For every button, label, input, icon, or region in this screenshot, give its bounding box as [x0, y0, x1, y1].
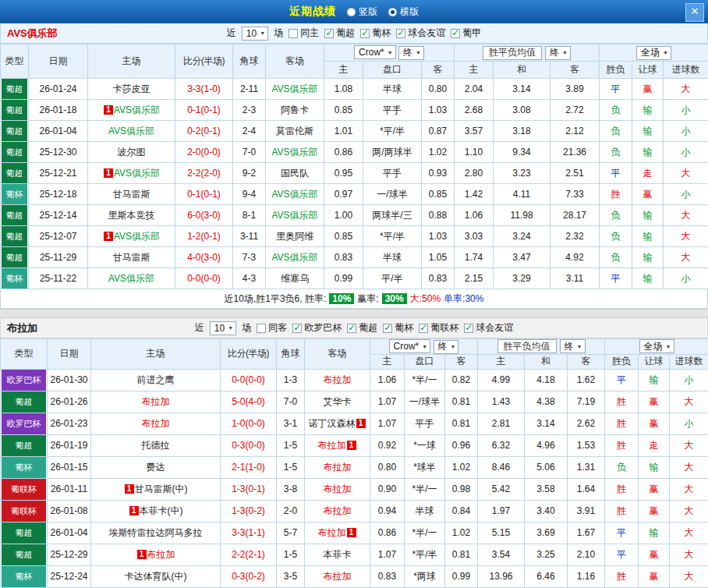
asian-away-odds: 0.84: [445, 500, 478, 522]
corners: 1-5: [277, 456, 305, 478]
league-filter-checkbox[interactable]: 葡超: [347, 321, 377, 335]
match-row: 欧罗巴杯26-01-23布拉加1-0(0-0)3-1诺丁汉森林11.07平手0.…: [1, 413, 708, 434]
euro-home-odds: 5.15: [478, 522, 525, 544]
dropdown-arrow-icon: ▼: [577, 344, 582, 349]
corners: 5-7: [277, 522, 305, 544]
asian-home-odds: 1.07: [370, 413, 405, 434]
rounds-select[interactable]: 10▼: [210, 321, 236, 335]
league-filter-checkbox[interactable]: 葡甲: [451, 27, 481, 40]
col-header-euro_draw: 和: [494, 62, 550, 79]
away-team: 布拉加: [305, 565, 370, 587]
asian-final-select[interactable]: 终▼: [434, 340, 459, 354]
euro-home-odds: 4.99: [478, 369, 525, 391]
score-halftime: 1-3(0-1): [221, 478, 277, 500]
euro-average-button[interactable]: 胜平负均值: [497, 339, 557, 353]
league-type-cell: 葡超: [1, 391, 48, 413]
league-filter-checkbox[interactable]: 欧罗巴杯: [292, 321, 342, 335]
league-type-badge: 欧罗巴杯: [2, 413, 46, 434]
asian-odds-controls: Crow*▼ 终▼: [370, 339, 478, 355]
asian-handicap: 平手: [363, 100, 422, 121]
league-filter-checkbox[interactable]: 葡杯: [360, 27, 391, 40]
league-type-cell: 葡超: [1, 121, 29, 142]
match-row: 葡超26-01-19托德拉0-3(0-0)1-5布拉加10.92*一球0.966…: [1, 434, 708, 456]
match-date: 25-12-07: [29, 226, 88, 247]
filters-bar: 近10▼场同客欧罗巴杯葡超葡杯葡联杯球会友谊: [195, 321, 513, 335]
league-filter-checkbox[interactable]: 葡联杯: [419, 321, 458, 335]
euro-draw-odds: 6.46: [525, 565, 568, 587]
league-type-badge: 葡联杯: [2, 501, 46, 522]
away-team-name: AVS俱乐部: [271, 147, 317, 158]
league-type-cell: 葡超: [1, 434, 48, 456]
euro-final-select[interactable]: 终▼: [560, 339, 586, 353]
home-team: 1甘马雷斯(中): [91, 478, 221, 500]
checkbox-icon: [324, 29, 334, 38]
asian-home-odds: 0.92: [370, 434, 405, 456]
col-header-euro_draw: 和: [525, 354, 568, 369]
away-team: 诺丁汉森林1: [305, 413, 370, 434]
asian-handicap: 平手: [363, 163, 422, 184]
away-team: 维塞乌: [266, 268, 324, 289]
wdl-result: 平: [605, 369, 639, 391]
home-team: 埃斯特雷拉达阿马多拉: [91, 522, 221, 544]
red-card-badge: 1: [125, 484, 134, 494]
league-type-cell: 葡杯: [1, 184, 29, 205]
euro-average-button[interactable]: 胜平负均值: [483, 46, 542, 60]
home-team-name: 布拉加: [142, 418, 170, 429]
bookmaker-select[interactable]: Crow*▼: [354, 45, 396, 59]
asian-handicap: *半/一: [405, 478, 445, 500]
red-card-badge: 1: [137, 550, 147, 559]
handicap-result: 赢: [632, 184, 664, 205]
match-row: 葡杯25-12-18甘马雷斯0-1(0-1)9-4AVS俱乐部0.97一/球半0…: [1, 184, 708, 205]
layout-horizontal-radio[interactable]: 横版: [388, 5, 419, 19]
league-filter-checkbox[interactable]: 葡超: [324, 27, 355, 40]
layout-vertical-radio[interactable]: 竖版: [347, 5, 377, 19]
scope-select-value: 全场: [641, 46, 660, 59]
scope-select[interactable]: 全场▼: [639, 339, 674, 353]
scope-select[interactable]: 全场▼: [636, 46, 671, 60]
league-filter-checkbox[interactable]: 球会友谊: [396, 27, 445, 40]
league-filter-checkbox[interactable]: 球会友谊: [464, 321, 513, 335]
corners: 3-5: [277, 565, 305, 587]
handicap-result: 输: [632, 226, 664, 247]
euro-draw-odds: 11.98: [494, 205, 550, 226]
corners: 2-11: [233, 79, 266, 100]
away-team-name: 本菲卡: [324, 549, 352, 560]
handicap-result: 赢: [639, 500, 670, 522]
home-team-name: AVS俱乐部: [114, 104, 160, 115]
league-filter-checkbox[interactable]: 葡杯: [383, 321, 413, 335]
rounds-select[interactable]: 10▼: [242, 27, 268, 41]
asian-final-select[interactable]: 终▼: [398, 46, 424, 60]
asian-home-odds: 0.95: [324, 163, 363, 184]
euro-home-odds: 2.80: [455, 163, 494, 184]
euro-final-select[interactable]: 终▼: [545, 46, 571, 60]
away-team: AVS俱乐部: [266, 205, 324, 226]
euro-away-odds: 21.36: [550, 142, 600, 163]
asian-away-odds: 0.98: [445, 478, 478, 500]
league-type-badge: 葡超: [2, 163, 27, 183]
corners: 9-4: [233, 184, 266, 205]
wdl-result: 胜: [605, 478, 639, 500]
away-team-name: 布拉加: [324, 462, 352, 473]
euro-home-odds: 1.74: [455, 247, 494, 268]
euro-away-odds: 1.53: [568, 434, 605, 456]
euro-home-odds: 1.06: [455, 205, 494, 226]
goals-result: 小: [664, 268, 708, 289]
stats-summary: 近10场,胜1平3负6, 胜率:10%赢率:30%大:50%单率:30%: [0, 289, 708, 309]
close-icon[interactable]: ✕: [685, 3, 704, 22]
away-team-name: AVS俱乐部: [271, 252, 317, 263]
col-header-type: 类型: [1, 44, 29, 79]
col-header-corner: 角球: [277, 339, 305, 370]
euro-home-odds: 6.32: [478, 434, 525, 456]
match-row: 葡杯25-12-24卡达体育队(中)0-3(0-2)3-5布拉加0.83*两球0…: [1, 565, 708, 587]
col-header-handicap: 盘口: [363, 62, 422, 79]
matches-label: 场: [274, 27, 283, 40]
section-divider: [0, 309, 708, 318]
col-header-asian_home: 主: [324, 62, 363, 79]
dropdown-arrow-icon: ▼: [562, 50, 568, 55]
league-filter-checkbox[interactable]: 同主: [289, 27, 319, 40]
asian-home-odds: 0.83: [370, 565, 405, 587]
goals-result: 大: [670, 391, 708, 413]
bookmaker-select[interactable]: Crow*▼: [389, 339, 431, 353]
checkbox-icon: [396, 29, 405, 38]
league-filter-checkbox[interactable]: 同客: [257, 321, 287, 335]
